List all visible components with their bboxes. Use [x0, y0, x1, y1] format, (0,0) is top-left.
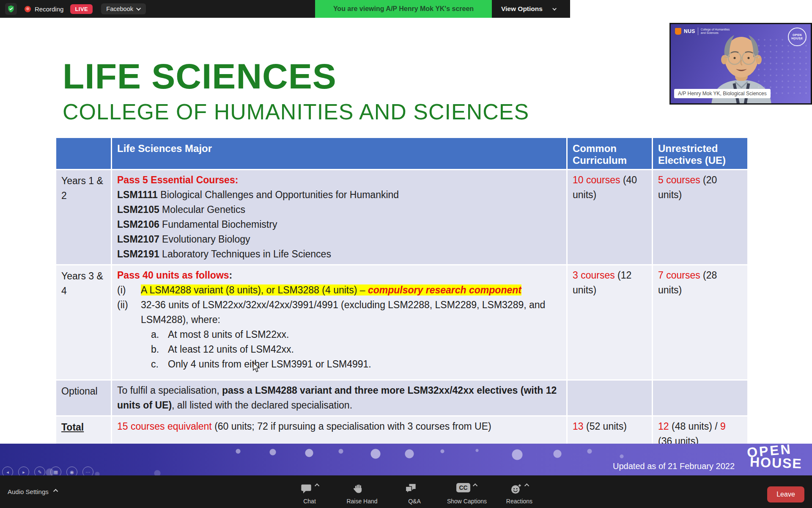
chat-menu-caret-icon[interactable]: [314, 483, 319, 488]
line-content: 15 courses equivalent (60 units; 72 if p…: [117, 419, 561, 434]
table-line: b.At least 12 units of LSM42xx.: [117, 342, 561, 357]
text-segment: LSM2105: [117, 204, 159, 215]
row-label-cell: Years 3 & 4: [56, 265, 112, 381]
text-segment: Evolutionary Biology: [159, 234, 250, 245]
text-segment: :: [229, 270, 233, 281]
text-segment: (60 units; 72 if pursuing a specialisati…: [212, 421, 491, 432]
chevron-down-icon: [552, 6, 557, 11]
table-line: (ii)32-36 units of LSM22xx/32xx/42xx/399…: [117, 298, 561, 327]
table-line: LSM2107 Evolutionary Biology: [117, 232, 561, 247]
table-line: Pass 40 units as follows:: [117, 268, 561, 283]
qa-button[interactable]: Q&A: [394, 483, 435, 505]
table-line: 7 courses (28 units): [658, 268, 742, 298]
table-line: 10 courses (40 units): [573, 173, 647, 202]
raise-hand-icon: [353, 483, 364, 495]
nus-college-text: College of Humanities and Sciences: [701, 28, 734, 35]
line-content: 10 courses (40 units): [573, 173, 647, 202]
table-line: a.At most 8 units of LSM22xx.: [117, 327, 561, 342]
text-segment: At most 8 units of LSM22xx.: [168, 329, 289, 340]
reactions-label: Reactions: [506, 498, 532, 505]
qa-icon: [405, 483, 417, 495]
security-shield-button[interactable]: [5, 3, 17, 15]
view-options-button[interactable]: View Options: [501, 0, 557, 18]
table-line: LSM2191 Laboratory Techniques in Life Sc…: [117, 247, 561, 262]
meeting-toolbar: Audio Settings Chat: [0, 475, 812, 508]
presenter-nav-icon[interactable]: ◉: [66, 467, 77, 475]
common-curriculum-cell: 3 courses (12 units): [568, 265, 653, 381]
presenter-nav-icon[interactable]: ◂: [2, 467, 13, 475]
table-header-row: Life Sciences MajorCommon CurriculumUnre…: [56, 138, 748, 170]
table-line: 13 (52 units): [573, 419, 647, 434]
chat-icon: [300, 483, 312, 495]
table-line: (i)A LSM4288 variant (8 units), or LSM32…: [117, 283, 561, 298]
line-content: LSM2105 Molecular Genetics: [117, 202, 561, 217]
table-line: To fulfil a specialisation, pass a LSM42…: [117, 383, 561, 413]
list-marker: (i): [117, 283, 141, 298]
table-line: 15 courses equivalent (60 units; 72 if p…: [117, 419, 561, 434]
common-curriculum-cell: 10 courses (40 units): [568, 170, 653, 265]
audio-settings-label: Audio Settings: [8, 488, 49, 495]
list-marker: a.: [151, 327, 168, 342]
row-label-cell: Optional: [56, 381, 112, 417]
show-captions-button[interactable]: CC Show Captions: [447, 483, 487, 505]
text-segment: 9: [720, 421, 726, 432]
line-content: LSM2106 Fundamental Biochemistry: [117, 217, 561, 232]
mouse-cursor: [252, 362, 261, 373]
text-segment: Biological Challenges and Opportunities …: [158, 189, 399, 200]
text-segment: Fundamental Biochemistry: [159, 219, 277, 230]
text-segment: (52 units): [584, 421, 627, 432]
page-subtitle: COLLEGE OF HUMANITIES AND SCIENCES: [63, 100, 529, 124]
table-row: OptionalTo fulfil a specialisation, pass…: [56, 381, 748, 417]
text-segment: 3 courses: [573, 270, 615, 281]
chat-button[interactable]: Chat: [289, 483, 330, 505]
table-line: c.Only 4 units from either LSM3991 or LS…: [117, 357, 561, 372]
table-row: Years 1 & 2Pass 5 Essential Courses:LSM1…: [56, 170, 748, 265]
raise-hand-button[interactable]: Raise Hand: [342, 483, 382, 505]
chevron-down-icon: [136, 6, 141, 11]
meeting-topbar: Recording LIVE Facebook You are viewing …: [0, 0, 570, 18]
curriculum-table: Life Sciences MajorCommon CurriculumUnre…: [56, 138, 748, 453]
live-badge[interactable]: LIVE: [70, 4, 93, 14]
chat-label: Chat: [303, 498, 316, 505]
presenter-nav-icon[interactable]: ✎: [34, 467, 45, 475]
badge-line2: HOUSE: [791, 37, 803, 40]
line-content: 7 courses (28 units): [658, 268, 742, 298]
stream-dropdown[interactable]: Facebook: [101, 3, 146, 14]
table-line: LSM2106 Fundamental Biochemistry: [117, 217, 561, 232]
stream-label: Facebook: [106, 6, 133, 12]
reactions-button[interactable]: Reactions: [499, 483, 540, 505]
text-segment: 12: [658, 421, 669, 432]
audio-settings-button[interactable]: Audio Settings: [8, 488, 58, 495]
text-segment: Molecular Genetics: [159, 204, 245, 215]
text-segment: Only 4 units from either LSM3991 or LSM4…: [168, 359, 371, 370]
view-options-label: View Options: [501, 5, 543, 13]
leave-button[interactable]: Leave: [767, 486, 804, 502]
line-content: To fulfil a specialisation, pass a LSM42…: [117, 383, 561, 413]
speaker-video[interactable]: NUS College of Humanities and Sciences O…: [669, 23, 812, 105]
line-content: 3 courses (12 units): [573, 268, 647, 298]
table-line: LSM1111 Biological Challenges and Opport…: [117, 188, 561, 202]
presenter-nav-icon[interactable]: ▸: [18, 467, 29, 475]
slide-title-block: LIFE SCIENCES COLLEGE OF HUMANITIES AND …: [63, 58, 529, 124]
reactions-menu-caret-icon[interactable]: [524, 483, 529, 488]
presenter-nav-icon[interactable]: ▦: [50, 467, 61, 475]
presenter-nav-icon[interactable]: ⋯: [82, 467, 93, 475]
text-segment: Pass 5 Essential Courses:: [117, 174, 238, 185]
nus-shield-icon: [675, 28, 681, 35]
line-content: Pass 40 units as follows:: [117, 268, 561, 283]
badge-line1: OPEN: [793, 33, 802, 37]
updated-date: Updated as of 21 February 2022: [613, 461, 735, 471]
text-segment: LSM1111: [117, 189, 158, 200]
unrestricted-electives-cell: [653, 381, 747, 417]
common-curriculum-cell: [568, 381, 653, 417]
toolbar-center: Chat Raise Hand: [289, 483, 540, 505]
captions-menu-caret-icon[interactable]: [473, 483, 477, 488]
line-content: 13 (52 units): [573, 419, 647, 434]
speaker-name-tag: A/P Henry Mok YK, Biological Sciences: [674, 89, 771, 98]
text-segment: LSM2107: [117, 234, 159, 245]
recording-label: Recording: [35, 6, 63, 13]
text-segment: 13: [573, 421, 584, 432]
unrestricted-electives-cell: 5 courses (20 units): [653, 170, 747, 265]
text-segment: LSM2106: [117, 219, 159, 230]
text-segment: Laboratory Techniques in Life Sciences: [159, 248, 331, 260]
